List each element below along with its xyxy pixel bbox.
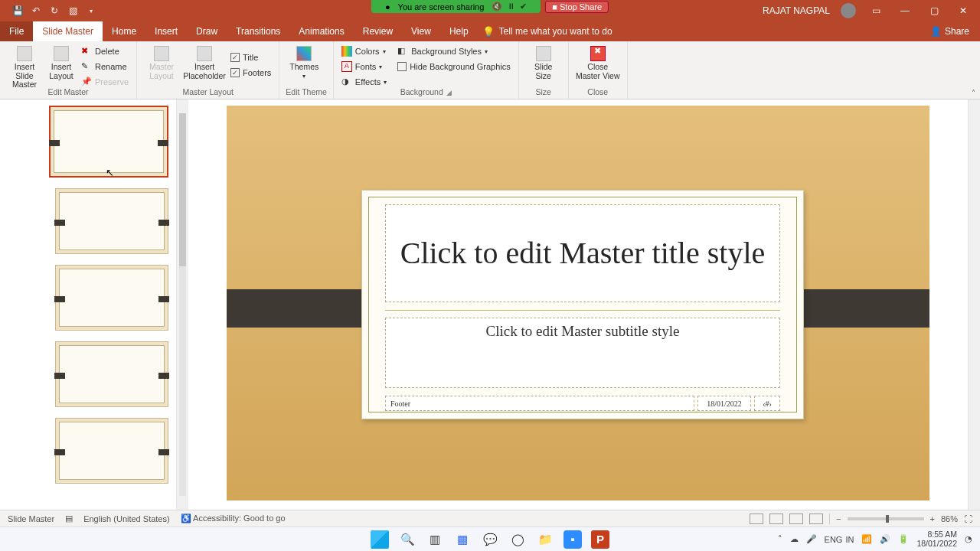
footers-checkbox[interactable]: ✓Footers: [229, 66, 273, 80]
group-label-background: Background◢: [340, 87, 512, 97]
sorter-view-button[interactable]: [769, 514, 783, 524]
title-placeholder[interactable]: Click to edit Master title style: [385, 204, 780, 302]
fonts-button[interactable]: AFonts▾: [340, 60, 388, 73]
tray-lang1[interactable]: ENG: [825, 535, 843, 544]
tab-draw[interactable]: Draw: [187, 21, 227, 41]
background-styles-button[interactable]: ◧Background Styles▾: [396, 44, 511, 58]
tab-review[interactable]: Review: [354, 21, 402, 41]
start-button[interactable]: [371, 530, 389, 549]
effects-icon: ◑: [341, 77, 352, 87]
slideshow-view-button[interactable]: [809, 514, 823, 524]
wifi-icon[interactable]: 📶: [861, 534, 872, 544]
tab-file[interactable]: File: [0, 21, 33, 41]
zoom-slider[interactable]: [848, 517, 924, 520]
screen-share-banner: ● You are screen sharing 🔇 ⏸ ✔ ■ Stop Sh…: [371, 0, 609, 13]
task-view-icon[interactable]: ▥: [426, 530, 444, 549]
tab-animations[interactable]: Animations: [289, 21, 353, 41]
rename-button[interactable]: ✎Rename: [80, 60, 130, 73]
zoom-in-button[interactable]: +: [930, 514, 935, 523]
tab-transitions[interactable]: Transitions: [227, 21, 289, 41]
battery-icon[interactable]: 🔋: [898, 534, 909, 544]
share-pause-icon[interactable]: ⏸: [507, 2, 515, 11]
tray-lang2[interactable]: IN: [845, 535, 854, 544]
insert-layout-button[interactable]: Insert Layout: [46, 44, 77, 82]
ribbon-display-icon[interactable]: ▭: [867, 5, 885, 16]
account-avatar[interactable]: [841, 3, 856, 18]
layout-thumbnail-4[interactable]: [55, 418, 168, 484]
tray-chevron-icon[interactable]: ˄: [778, 534, 782, 544]
file-explorer-icon[interactable]: 📁: [536, 530, 554, 549]
fit-to-window-button[interactable]: ⛶: [964, 514, 972, 523]
tab-home[interactable]: Home: [103, 21, 145, 41]
share-mute-icon[interactable]: 🔇: [492, 2, 502, 11]
close-window-button[interactable]: ✕: [954, 5, 972, 16]
group-label-edit-master: Edit Master: [6, 87, 130, 97]
colors-button[interactable]: Colors▾: [340, 44, 388, 58]
tab-help[interactable]: Help: [440, 21, 478, 41]
master-layout-button: Master Layout: [143, 44, 180, 82]
themes-button[interactable]: Themes ▾: [286, 44, 322, 81]
tab-view[interactable]: View: [402, 21, 440, 41]
qat-more-icon[interactable]: ▾: [86, 5, 96, 16]
layout-thumbnail-2[interactable]: [55, 265, 168, 331]
status-bar: Slide Master ▤ English (United States) ♿…: [0, 510, 980, 527]
share-button[interactable]: 👤 Share: [920, 21, 980, 41]
share-msg: You are screen sharing: [398, 2, 485, 11]
title-checkbox[interactable]: ✓Title: [229, 51, 273, 64]
preserve-icon: 📌: [81, 77, 92, 87]
slide-master-page[interactable]: Click to edit Master title style Click t…: [227, 106, 929, 500]
colors-icon: [341, 46, 352, 57]
system-clock[interactable]: 8:55 AM 18/01/2022: [916, 530, 957, 547]
normal-view-button[interactable]: [750, 514, 763, 524]
notifications-icon[interactable]: ◔: [965, 534, 972, 544]
slide-number-placeholder[interactable]: ‹#›: [754, 396, 780, 411]
start-from-beginning-icon[interactable]: ▧: [67, 5, 78, 16]
minimize-button[interactable]: —: [896, 5, 914, 16]
screen-sharing-pill[interactable]: ● You are screen sharing 🔇 ⏸ ✔: [371, 0, 541, 13]
volume-icon[interactable]: 🔊: [880, 534, 890, 544]
maximize-button[interactable]: ▢: [925, 5, 943, 16]
stop-share-button[interactable]: ■ Stop Share: [545, 1, 609, 13]
insert-slide-master-button[interactable]: Insert Slide Master: [6, 44, 43, 91]
footer-placeholder[interactable]: Footer: [385, 396, 694, 411]
subtitle-placeholder[interactable]: Click to edit Master subtitle style: [385, 318, 780, 388]
layout-thumbnail-3[interactable]: [55, 341, 168, 407]
save-icon[interactable]: 💾: [12, 5, 23, 16]
tab-slide-master[interactable]: Slide Master: [33, 21, 103, 41]
status-language[interactable]: English (United States): [83, 514, 170, 523]
widgets-icon[interactable]: ▦: [453, 530, 472, 549]
share-indicator-icon: ●: [385, 2, 390, 11]
chrome-icon[interactable]: ◯: [508, 530, 527, 549]
status-accessibility[interactable]: ♿ Accessibility: Good to go: [181, 514, 286, 523]
account-name[interactable]: RAJAT NAGPAL: [763, 5, 830, 16]
thumbnail-scrollbar[interactable]: [176, 99, 188, 510]
accessibility-quick-icon[interactable]: ▤: [65, 514, 73, 523]
close-master-view-button[interactable]: ✖ Close Master View: [575, 44, 621, 82]
undo-icon[interactable]: ↶: [31, 5, 41, 16]
hide-bg-checkbox[interactable]: Hide Background Graphics: [396, 60, 511, 73]
insert-placeholder-button[interactable]: Insert Placeholder: [183, 44, 226, 82]
mic-icon[interactable]: 🎤: [806, 534, 817, 544]
powerpoint-taskbar-icon[interactable]: P: [591, 530, 609, 549]
redo-icon[interactable]: ↻: [49, 5, 60, 16]
date-placeholder[interactable]: 18/01/2022: [697, 396, 751, 411]
canvas-scrollbar[interactable]: [968, 99, 980, 510]
decor-bar-right: [787, 289, 929, 328]
zoom-level[interactable]: 86%: [941, 514, 958, 523]
background-dialog-launcher[interactable]: ◢: [446, 89, 452, 96]
share-check-icon[interactable]: ✔: [520, 2, 527, 11]
zoom-app-icon[interactable]: ▪: [564, 530, 582, 549]
delete-button[interactable]: ✖Delete: [80, 44, 130, 58]
chat-icon[interactable]: 💬: [481, 530, 499, 549]
tab-insert[interactable]: Insert: [145, 21, 187, 41]
slide-size-button[interactable]: Slide Size: [525, 44, 562, 82]
reading-view-button[interactable]: [789, 514, 803, 524]
onedrive-icon[interactable]: ☁: [790, 534, 799, 544]
collapse-ribbon-button[interactable]: ˄: [972, 89, 975, 97]
layout-thumbnail-1[interactable]: [55, 188, 168, 254]
tell-me-search[interactable]: 💡 Tell me what you want to do: [482, 21, 612, 41]
master-thumbnail[interactable]: ↖: [49, 106, 168, 178]
zoom-out-button[interactable]: −: [836, 514, 841, 523]
status-view[interactable]: Slide Master: [8, 514, 54, 523]
search-icon[interactable]: 🔍: [398, 530, 416, 549]
